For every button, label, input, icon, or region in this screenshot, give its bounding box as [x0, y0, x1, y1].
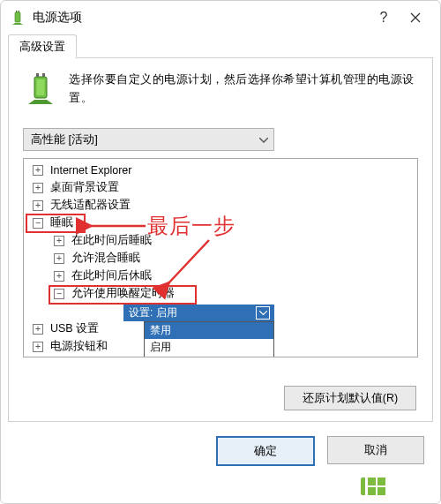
power-options-dialog: 电源选项 ? 高级设置 选择你要自定义的电源计划，然后选择你 [0, 0, 441, 504]
svg-rect-5 [42, 73, 45, 77]
option-enable[interactable]: 启用 [145, 339, 273, 356]
setting-dropdown[interactable]: 禁用 启用 仅限重要的唤醒计算器 [144, 321, 274, 357]
watermark: Win10 系统之家 [361, 476, 433, 498]
dialog-buttons: 确定 取消 [1, 422, 440, 466]
chevron-down-icon[interactable] [256, 306, 270, 320]
expand-icon[interactable]: + [33, 200, 43, 211]
svg-rect-0 [15, 12, 20, 22]
restore-defaults-button[interactable]: 还原计划默认值(R) [284, 386, 416, 410]
expand-icon[interactable]: + [33, 165, 43, 176]
setting-value: 启用 [156, 305, 177, 320]
battery-icon [23, 71, 58, 106]
settings-tree[interactable]: + Internet Explorer + 桌面背景设置 + 无线适配器设置 −… [23, 158, 418, 357]
expand-icon[interactable]: + [33, 324, 43, 335]
titlebar: 电源选项 ? [1, 1, 440, 34]
tree-item-hybrid-sleep[interactable]: + 允许混合睡眠 [26, 250, 417, 267]
expand-icon[interactable]: + [54, 271, 64, 282]
setting-label: 设置: [129, 305, 153, 320]
plan-select[interactable]: 高性能 [活动] [23, 128, 274, 151]
option-disable[interactable]: 禁用 [145, 322, 273, 339]
power-options-icon [10, 10, 26, 26]
svg-rect-1 [16, 11, 17, 12]
tab-strip: 高级设置 [8, 34, 433, 58]
watermark-logo-icon [361, 478, 385, 495]
svg-rect-4 [36, 73, 39, 77]
expand-icon[interactable]: + [54, 253, 64, 264]
help-button[interactable]: ? [368, 5, 400, 30]
expand-icon[interactable]: + [54, 236, 64, 246]
expand-icon[interactable]: + [33, 183, 43, 193]
tab-advanced[interactable]: 高级设置 [8, 34, 77, 58]
watermark-text: Win10 系统之家 [391, 476, 433, 498]
option-important-only[interactable]: 仅限重要的唤醒计算器 [145, 356, 273, 357]
cancel-button[interactable]: 取消 [327, 436, 424, 464]
svg-rect-2 [19, 11, 19, 12]
dialog-title: 电源选项 [33, 10, 368, 26]
tree-item-desktop[interactable]: + 桌面背景设置 [26, 179, 417, 197]
chevron-down-icon [259, 133, 268, 146]
description-text: 选择你要自定义的电源计划，然后选择你希望计算机管理的电源设置。 [69, 71, 418, 109]
tree-item-hibernate-after[interactable]: + 在此时间后休眠 [26, 267, 417, 285]
tab-panel: 选择你要自定义的电源计划，然后选择你希望计算机管理的电源设置。 高性能 [活动]… [8, 57, 433, 422]
plan-select-value: 高性能 [活动] [31, 132, 259, 147]
annotation-box-sleep [26, 214, 86, 233]
svg-rect-6 [37, 79, 45, 95]
wake-timer-setting-selected[interactable]: 设置: 启用 [123, 305, 274, 321]
tree-item-ie[interactable]: + Internet Explorer [26, 162, 417, 179]
annotation-box-wake-timer [49, 285, 197, 305]
ok-button[interactable]: 确定 [216, 436, 315, 466]
close-button[interactable] [400, 5, 431, 30]
annotation-text: 最后一步 [147, 212, 235, 240]
expand-icon[interactable]: + [33, 342, 43, 352]
